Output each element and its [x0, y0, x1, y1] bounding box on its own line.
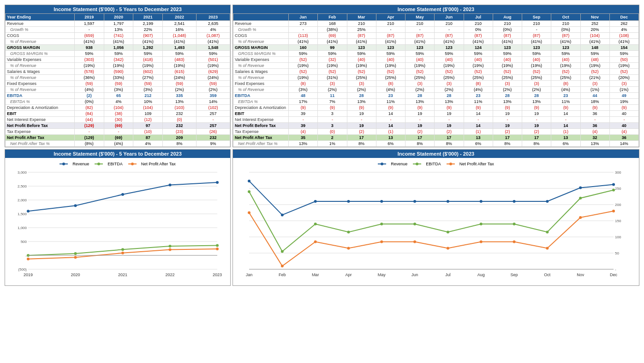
table-cell: (3) — [580, 81, 609, 87]
svg-point-94 — [480, 223, 483, 225]
table-cell: (82) — [75, 105, 104, 111]
svg-point-105 — [447, 247, 449, 250]
svg-point-110 — [612, 210, 615, 212]
left-chart-svg: 3,0002,5002,0001,5001,000500-(500)201920… — [7, 168, 224, 283]
table-cell: - — [522, 27, 551, 33]
col-header-2021: 2021 — [133, 14, 163, 21]
table-cell: 18% — [580, 99, 609, 105]
table-cell: - — [405, 27, 435, 33]
table-cell: (41%) — [347, 39, 376, 45]
table-cell: (19%) — [435, 63, 464, 69]
table-cell: (59) — [163, 81, 197, 87]
table-cell: 938 — [75, 45, 104, 51]
table-cell: (87) — [347, 33, 376, 39]
table-cell: (24%) — [197, 75, 230, 81]
table-cell: (41%) — [493, 39, 522, 45]
table-cell: (418) — [133, 57, 163, 63]
table-cell: (104) — [104, 105, 133, 111]
table-cell: (113) — [289, 33, 318, 39]
table-cell: 16% — [163, 27, 197, 33]
table-cell: 11 — [318, 93, 347, 99]
table-cell: 232 — [197, 135, 230, 141]
svg-point-88 — [281, 250, 284, 253]
table-cell: 124 — [464, 45, 493, 51]
table-cell: 109 — [133, 111, 163, 117]
row-label: Variable Expenses — [6, 57, 75, 63]
svg-point-101 — [314, 241, 317, 243]
svg-point-103 — [380, 241, 383, 243]
table-cell: 8% — [347, 141, 376, 147]
table-cell: 17 — [435, 135, 464, 141]
table-cell: 9% — [197, 141, 230, 147]
right-income-table: Jan Feb Mar Apr May Jun Jul Aug Sep Oct … — [233, 13, 639, 147]
table-cell: (2%) — [163, 87, 197, 93]
left-chart-legend: Revenue EBITDA Net Profit After Tax — [7, 162, 228, 166]
table-cell: 39 — [289, 111, 318, 117]
svg-point-76 — [281, 213, 284, 216]
table-cell: 210 — [435, 21, 464, 27]
table-cell: 0% — [464, 27, 493, 33]
table-cell: (69) — [104, 135, 133, 141]
table-cell: 4% — [609, 27, 638, 33]
table-cell: - — [75, 27, 104, 33]
table-cell: 17 — [493, 135, 522, 141]
svg-text:Aug: Aug — [477, 272, 485, 277]
table-cell: 13% — [289, 141, 318, 147]
svg-point-37 — [27, 258, 30, 260]
right-legend-ebitda: EBITDA — [413, 162, 441, 166]
table-cell: (1) — [551, 129, 580, 135]
svg-text:Jul: Jul — [445, 272, 451, 277]
table-cell: (3) — [522, 81, 551, 87]
table-cell: (2%) — [347, 87, 376, 93]
table-cell: 59% — [347, 51, 376, 57]
table-cell: 19 — [435, 123, 464, 129]
table-cell: (36%) — [75, 75, 104, 81]
legend-ebitda: EBITDA — [95, 162, 123, 166]
table-cell: 19% — [609, 99, 638, 105]
table-cell: - — [318, 117, 347, 123]
svg-point-82 — [480, 200, 483, 203]
legend-revenue-label: Revenue — [72, 162, 89, 166]
table-cell: 123 — [522, 45, 551, 51]
table-cell: (41%) — [609, 39, 638, 45]
table-cell: (741) — [104, 33, 133, 39]
table-cell: (84) — [75, 111, 104, 117]
table-cell: 4% — [197, 27, 230, 33]
table-cell: (4%) — [104, 141, 133, 147]
table-cell: - — [376, 27, 405, 33]
table-cell: (41%) — [163, 39, 197, 45]
table-cell: (2) — [435, 129, 464, 135]
table-cell: (2) — [522, 129, 551, 135]
right-col-oct: Oct — [551, 14, 580, 21]
table-cell: 123 — [376, 45, 405, 51]
svg-text:Jan: Jan — [246, 272, 253, 277]
right-col-mar: Mar — [347, 14, 376, 21]
bottom-section: Income Statement ($'000) - 5 Years to De… — [5, 149, 639, 286]
svg-text:3,000: 3,000 — [18, 170, 27, 175]
table-cell: 13% — [347, 99, 376, 105]
svg-point-86 — [612, 183, 615, 186]
table-cell: (8%) — [75, 141, 104, 147]
table-cell: (52) — [551, 69, 580, 75]
table-cell: 20% — [580, 27, 609, 33]
table-cell: 209 — [163, 135, 197, 141]
table-cell: (59) — [197, 81, 230, 87]
table-cell: 59% — [163, 51, 197, 57]
svg-text:Oct: Oct — [544, 272, 551, 277]
table-cell: 123 — [493, 45, 522, 51]
table-cell: 1,493 — [163, 45, 197, 51]
table-cell: (3) — [435, 81, 464, 87]
row-label: Depreciation & Amortization — [6, 105, 75, 111]
table-cell: (9) — [405, 105, 435, 111]
svg-point-102 — [347, 247, 350, 250]
svg-point-5 — [131, 163, 134, 165]
table-cell: 14 — [464, 111, 493, 117]
table-cell: (41%) — [580, 39, 609, 45]
table-cell: (21%) — [580, 75, 609, 81]
table-cell: 262 — [609, 21, 638, 27]
svg-point-83 — [513, 200, 516, 203]
table-cell: 23 — [464, 93, 493, 99]
table-cell: (1) — [376, 129, 405, 135]
table-cell: (41%) — [464, 39, 493, 45]
table-cell: (41%) — [197, 39, 230, 45]
